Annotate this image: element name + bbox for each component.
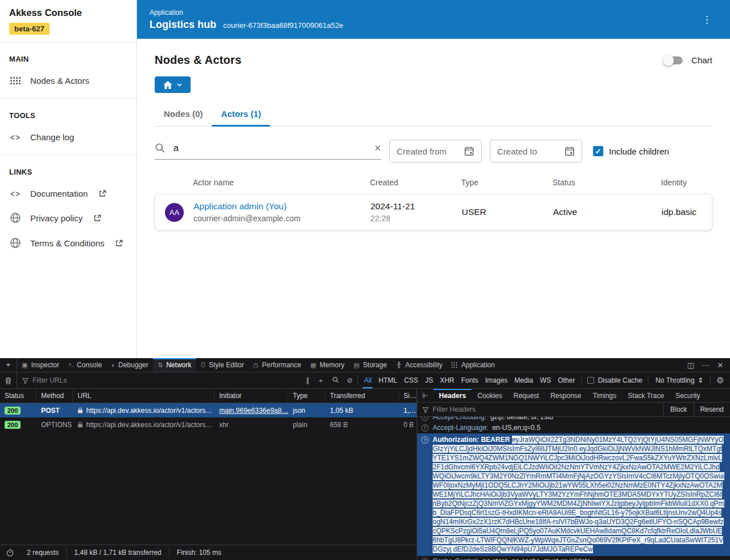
details-tab-cookies[interactable]: Cookies <box>471 389 507 402</box>
devtools-tab-performance[interactable]: ◷Performance <box>248 358 305 372</box>
close-devtools-icon[interactable]: ✕ <box>713 361 728 370</box>
request-size: 1,… <box>399 407 417 415</box>
request-count: 2 requests <box>19 549 66 557</box>
sidebar-item-documentation[interactable]: <> Documentation <box>0 182 136 205</box>
sidebar-item-privacy-policy[interactable]: Privacy policy <box>0 205 136 230</box>
col-type[interactable]: Type <box>288 389 325 403</box>
col-method[interactable]: Method <box>37 389 73 403</box>
devtools-menu-icon[interactable]: ⋯ <box>698 361 713 370</box>
calendar-icon[interactable] <box>464 146 474 156</box>
sidebar-section-tools: TOOLS <box>0 105 136 125</box>
request-type-filters: All HTML CSS JS XHR Fonts Images Media W… <box>358 372 581 388</box>
created-from-field[interactable]: Created from <box>389 140 482 163</box>
clear-requests-icon[interactable] <box>0 372 17 388</box>
filter-headers-input[interactable]: Filter Headers <box>433 405 475 413</box>
calendar-icon[interactable] <box>564 146 575 156</box>
devtools-tab-storage[interactable]: ▤Storage <box>349 358 391 372</box>
search-field[interactable]: a ✕ <box>155 143 381 160</box>
grid-icon <box>9 77 22 85</box>
memory-icon: ▦ <box>310 362 316 369</box>
search-requests-icon[interactable] <box>332 376 339 385</box>
external-link-icon <box>94 214 101 222</box>
transfer-summary: 1,48 kB / 1,71 kB transferred <box>67 549 169 557</box>
devtools-tab-inspector[interactable]: ▣Inspector <box>17 358 64 372</box>
header-row-authorization[interactable]: ? Authorization: BEARER eyJraWQiOiI2ZTg3… <box>417 433 730 556</box>
filter-urls-input[interactable]: Filter URLs <box>17 376 301 384</box>
col-initiator[interactable]: Initiator <box>215 389 288 403</box>
actor-email: courrier-admin@example.com <box>193 214 370 223</box>
tab-nodes[interactable]: Nodes (0) <box>155 102 212 126</box>
devtools-tab-application[interactable]: Application <box>447 358 499 372</box>
include-children-checkbox[interactable]: ✓ <box>593 146 603 156</box>
devtools-tab-accessibility[interactable]: Accessibility <box>392 358 447 372</box>
clear-search-icon[interactable]: ✕ <box>374 143 381 153</box>
disable-cache-checkbox[interactable]: Disable Cache <box>582 376 648 384</box>
app-header: Application Logistics hub courier-673f3b… <box>137 0 730 39</box>
header-row-cache-control[interactable]: ? Cache-Control: no-store, no-cache, mus… <box>417 556 730 560</box>
performance-icon: ◷ <box>253 362 259 369</box>
block-button[interactable]: Block <box>663 403 693 416</box>
filter-fonts[interactable]: Fonts <box>458 372 481 388</box>
funnel-icon <box>422 407 429 413</box>
sidebar-item-label: Documentation <box>30 189 88 198</box>
filter-ws[interactable]: WS <box>537 372 554 388</box>
details-tab-timings[interactable]: Timings <box>587 389 622 402</box>
filter-headers-row: Filter Headers Block Resend <box>417 403 730 417</box>
throttling-dropdown[interactable]: No Throttling ⇕ <box>648 376 710 384</box>
requests-panel: Status Method URL Initiator Type Transfe… <box>0 389 417 560</box>
details-tab-stack-trace[interactable]: Stack Trace <box>622 389 669 402</box>
pick-element-icon[interactable]: ⌖ <box>0 358 17 372</box>
sidebar-item-change-log[interactable]: <> Change log <box>0 125 136 149</box>
devtools-tab-style-editor[interactable]: {}Style Editor <box>196 358 248 372</box>
devtools-tab-network[interactable]: ⇅Network <box>153 358 196 372</box>
filter-js[interactable]: JS <box>422 372 436 388</box>
application-title: Logistics hub <box>150 19 216 31</box>
pause-traffic-icon[interactable]: ∥ <box>306 376 309 384</box>
kebab-menu-icon[interactable]: ⋮ <box>697 14 717 26</box>
devtools-tab-console[interactable]: >_Console <box>64 358 107 372</box>
tab-actors[interactable]: Actors (1) <box>212 102 270 126</box>
request-details-panel: ⊩ Headers Cookies Request Response Timin… <box>417 389 730 560</box>
details-tab-security[interactable]: Security <box>669 389 705 402</box>
request-row[interactable]: 200 POST https://api.dev.akkess.io/actor… <box>0 403 417 417</box>
col-url[interactable]: URL <box>73 389 215 403</box>
filter-media[interactable]: Media <box>511 372 536 388</box>
filter-other[interactable]: Other <box>555 372 578 388</box>
home-node-button[interactable] <box>155 76 191 93</box>
request-row[interactable]: 200 OPTIONS https://api.dev.akkess.io/ac… <box>0 417 417 432</box>
network-settings-gear-icon[interactable]: ⚙ <box>711 375 730 385</box>
col-identity: Identity <box>661 178 712 187</box>
search-input[interactable]: a <box>174 143 366 153</box>
col-transferred[interactable]: Transferred <box>325 389 399 403</box>
request-type: json <box>288 407 325 415</box>
devtools-tab-debugger[interactable]: ◖Debugger <box>107 358 153 372</box>
sidebar-section-main: MAIN <box>0 49 136 69</box>
block-requests-icon[interactable]: ⊘ <box>347 376 353 384</box>
col-size[interactable]: Si… <box>399 389 417 403</box>
add-request-icon[interactable]: ＋ <box>317 376 324 385</box>
chart-toggle[interactable] <box>664 56 683 64</box>
table-row[interactable]: AA Application admin (You) courrier-admi… <box>155 194 712 230</box>
resend-button[interactable]: Resend <box>693 403 730 416</box>
col-status[interactable]: Status <box>0 389 37 403</box>
sidebar-item-terms-conditions[interactable]: Terms & Conditions <box>0 230 136 255</box>
details-tab-request[interactable]: Request <box>508 389 545 402</box>
details-tab-headers[interactable]: Headers <box>433 389 471 402</box>
globe-icon <box>9 237 22 249</box>
details-tab-response[interactable]: Response <box>545 389 587 402</box>
filter-html[interactable]: HTML <box>376 372 400 388</box>
header-row-accept-language[interactable]: ? Accept-Language: en-US,en;q=0.5 <box>417 423 730 433</box>
header-row-accept-encoding[interactable]: ? Accept-Encoding: gzip, deflate, br, zs… <box>417 417 730 423</box>
created-to-field[interactable]: Created to <box>490 140 582 163</box>
expand-panel-icon[interactable]: ⊩ <box>417 389 433 402</box>
request-initiator[interactable]: main.969e6336e9a8… <box>215 407 288 415</box>
bearer-token-selected-text[interactable]: eyJraWQiOiI2ZTg3NDNiNy01MzY4LTQ2YjQtYjU4… <box>433 436 724 553</box>
actor-name-link[interactable]: Application admin (You) <box>193 201 370 212</box>
sidebar-item-nodes-actors[interactable]: Nodes & Actors <box>0 69 136 92</box>
devtools-tab-memory[interactable]: ▦Memory <box>306 358 349 372</box>
filter-xhr[interactable]: XHR <box>437 372 457 388</box>
filter-all[interactable]: All <box>361 372 374 388</box>
split-console-icon[interactable]: ◫ <box>683 361 698 370</box>
filter-css[interactable]: CSS <box>401 372 421 388</box>
filter-images[interactable]: Images <box>482 372 510 388</box>
